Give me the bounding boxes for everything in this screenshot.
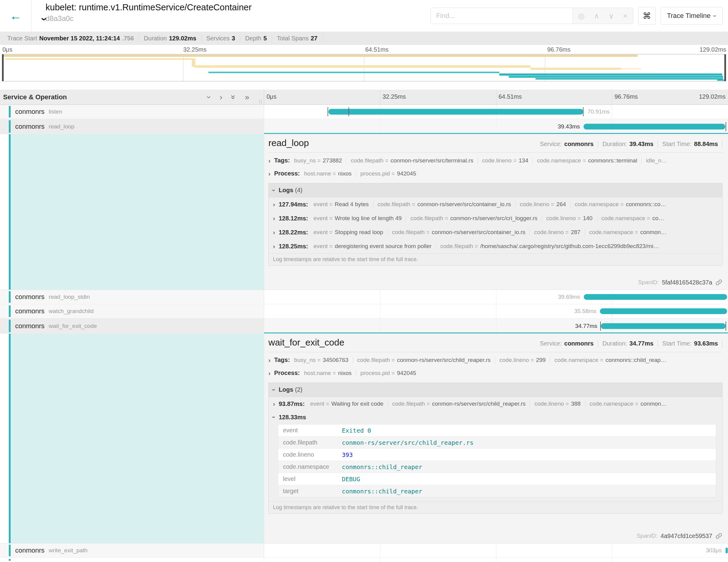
tags-accordion[interactable]: › Tags: busy_ns =34506763code.filepath =… — [268, 353, 723, 366]
log-field-row: code.namespace conmonrs::child_reaper — [278, 461, 716, 473]
span-timeline-cell[interactable]: 70.91ms — [264, 105, 728, 119]
chevron-down-icon[interactable]: › — [270, 189, 278, 191]
span-name-cell[interactable]: conmonrs read_loop_stdin — [0, 290, 264, 304]
log-timestamp: 128.22ms: — [279, 229, 308, 236]
log-field-row: event Exited 0 — [278, 424, 716, 437]
find-prev-icon[interactable]: ∧ — [594, 12, 599, 20]
log-marker — [349, 107, 349, 116]
span-row-listen[interactable]: conmonrs listen 70.91ms — [0, 105, 728, 119]
column-resize-grip[interactable]: || — [259, 99, 263, 104]
chevron-right-icon[interactable]: › — [268, 356, 270, 364]
kv-pair: event =Waiting for exit code — [307, 400, 388, 407]
keyboard-shortcuts-button[interactable]: ⌘ — [638, 7, 656, 25]
log-timestamp: 128.25ms: — [279, 243, 308, 250]
kv-pair: code.lineno =264 — [515, 201, 570, 208]
log-entry[interactable]: › 127.94ms: event =Read 4 bytescode.file… — [273, 197, 722, 211]
span-bar[interactable] — [583, 124, 725, 129]
span-color-accent — [9, 559, 11, 561]
detail-title: wait_for_exit_code — [268, 337, 536, 348]
spanid-row: SpanID: 4a947cfd1ce59537 — [268, 529, 723, 540]
find-next-icon[interactable]: ∨ — [608, 12, 614, 20]
span-name-cell[interactable]: conmonrs read_loop — [0, 119, 264, 134]
span-timeline-cell[interactable]: 34.77ms — [264, 318, 728, 333]
service-operation-header: Service & Operation › › » » || — [0, 90, 264, 104]
span-bar[interactable] — [601, 323, 726, 329]
chevron-right-icon[interactable]: › — [273, 243, 275, 250]
chevron-down-icon: › — [712, 15, 719, 17]
span-timeline-cell[interactable]: 303μs — [264, 543, 728, 557]
span-row-read-loop[interactable]: conmonrs read_loop 39.43ms — [0, 119, 728, 134]
collapse-all-icon[interactable]: » — [230, 95, 237, 99]
span-row-read-loop-stdin[interactable]: conmonrs read_loop_stdin 39.69ms — [0, 290, 728, 304]
span-bar[interactable] — [726, 548, 728, 553]
log-pairs: event =Read 4 bytescode.filepath =conmon… — [311, 201, 671, 208]
span-bar[interactable] — [584, 294, 727, 300]
expand-all-icon[interactable]: » — [245, 93, 249, 101]
kv-pair: process.pid =942045 — [356, 170, 420, 177]
log-entry[interactable]: › 128.22ms: event =Stopping read loopcod… — [273, 225, 722, 239]
span-bar[interactable] — [328, 109, 583, 115]
span-row-partial[interactable] — [0, 558, 728, 562]
expand-one-icon[interactable]: › — [219, 93, 222, 101]
process-accordion[interactable]: › Process: host.name =nixosprocess.pid =… — [268, 366, 723, 380]
chevron-right-icon[interactable]: › — [273, 201, 275, 208]
logs-footnote: Log timestamps are relative to the start… — [269, 501, 722, 513]
logs-header[interactable]: › Logs (4) — [269, 183, 722, 197]
service-name: conmonrs — [15, 108, 45, 116]
log-entry[interactable]: › 93.87ms: event =Waiting for exit codec… — [273, 397, 722, 411]
chevron-right-icon[interactable]: › — [273, 215, 275, 222]
span-timeline-cell[interactable]: 35.58ms — [264, 304, 728, 318]
minimap-right-handle[interactable] — [724, 54, 726, 81]
operation-name: wait_for_exit_code — [49, 323, 97, 329]
log-field-row: target conmonrs::child_reaper — [278, 485, 716, 497]
logs-header[interactable]: › Logs (2) — [269, 383, 722, 397]
span-table-header: Service & Operation › › » » || 0μs32.25m… — [0, 90, 728, 105]
span-name-cell[interactable]: conmonrs listen — [0, 105, 264, 119]
span-timeline-cell[interactable] — [264, 558, 728, 562]
operation-name: listen — [49, 108, 62, 115]
back-arrow-icon[interactable]: ← — [10, 9, 22, 23]
link-icon[interactable] — [715, 279, 723, 286]
span-name-cell[interactable] — [0, 558, 264, 562]
minimap-left-handle[interactable] — [2, 54, 4, 81]
chevron-down-icon[interactable]: › — [270, 389, 278, 391]
minimap-tick-label: 96.76ms — [547, 46, 571, 53]
chevron-right-icon[interactable]: › — [268, 170, 270, 177]
span-name-cell[interactable]: conmonrs write_exit_path — [0, 543, 264, 557]
span-row-wait-for-exit-code[interactable]: conmonrs wait_for_exit_code 34.77ms — [0, 318, 728, 334]
span-bar[interactable] — [600, 308, 727, 314]
span-duration-label: 39.69ms — [558, 294, 580, 300]
command-icon: ⌘ — [643, 11, 651, 21]
link-icon[interactable] — [715, 532, 723, 540]
span-row-watch-grandchild[interactable]: conmonrs watch_grandchild 35.58ms — [0, 304, 728, 318]
chevron-right-icon[interactable]: › — [268, 370, 270, 377]
view-selector-button[interactable]: Trace Timeline › — [661, 7, 723, 25]
detail-meta-item: Start Time:93.63ms — [658, 340, 723, 347]
log-entry-expanded[interactable]: › 128.33ms — [273, 411, 722, 424]
minimap-chart[interactable] — [2, 54, 726, 81]
find-clear-icon[interactable]: × — [623, 12, 628, 20]
process-label: Process: — [274, 170, 300, 177]
chevron-right-icon[interactable]: › — [273, 400, 275, 407]
logs-count: (2) — [295, 386, 302, 393]
tags-accordion[interactable]: › Tags: busy_ns =273882code.filepath =co… — [268, 154, 723, 167]
operation-name: write_exit_path — [49, 547, 88, 554]
log-entry[interactable]: › 128.12ms: event =Wrote log line of len… — [273, 211, 722, 225]
crosshair-icon[interactable]: ◎ — [578, 12, 585, 20]
span-timeline-cell[interactable]: 39.69ms — [264, 290, 728, 304]
process-label: Process: — [274, 370, 300, 376]
chevron-right-icon[interactable]: › — [273, 229, 275, 236]
span-row-write-exit-path[interactable]: conmonrs write_exit_path 303μs — [0, 543, 728, 558]
collapse-one-icon[interactable]: › — [205, 96, 213, 98]
span-name-cell[interactable]: conmonrs watch_grandchild — [0, 304, 264, 318]
find-input[interactable] — [431, 8, 572, 24]
log-entry[interactable]: › 128.25ms: event =deregistering event s… — [273, 239, 722, 253]
process-accordion[interactable]: › Process: host.name =nixosprocess.pid =… — [268, 167, 723, 180]
back-button[interactable]: ← — [0, 0, 32, 32]
chevron-right-icon[interactable]: › — [268, 157, 270, 164]
find-box: ◎ ∧ ∨ × — [430, 8, 633, 24]
chevron-down-icon[interactable]: › — [270, 416, 278, 418]
chevron-down-icon[interactable]: › — [26, 17, 51, 21]
span-name-cell[interactable]: conmonrs wait_for_exit_code — [0, 318, 264, 333]
span-timeline-cell[interactable]: 39.43ms — [264, 119, 728, 134]
